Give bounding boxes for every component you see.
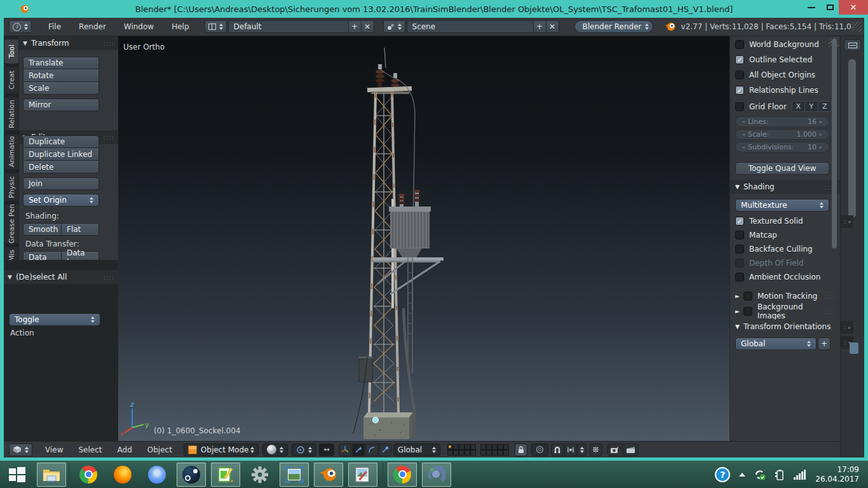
network-signal-tray-icon[interactable]: [794, 470, 806, 480]
battery-tray-icon[interactable]: [775, 469, 785, 480]
panel-grip-icon[interactable]: ::::: [104, 40, 114, 47]
panel-tab-button[interactable]: [850, 342, 858, 354]
menu-select[interactable]: Select: [71, 445, 109, 454]
scene-name[interactable]: Scene: [407, 20, 534, 33]
checkbox[interactable]: [735, 71, 744, 79]
checkbox[interactable]: [735, 217, 744, 226]
proportional-editing-dropdown[interactable]: [531, 444, 548, 456]
duplicate-linked-button[interactable]: Duplicate Linked: [23, 148, 99, 161]
minimize-button[interactable]: [803, 0, 820, 15]
panel-header-transform-orientations[interactable]: ▼ Transform Orientations: [730, 320, 841, 334]
menu-render[interactable]: Render: [70, 22, 115, 31]
outline-selected-row[interactable]: Outline Selected: [735, 55, 812, 64]
shade-smooth-button[interactable]: Smooth: [23, 223, 62, 236]
taskbar-clock[interactable]: 17:09 26.04.2017: [815, 465, 859, 484]
scale-gizmo-button[interactable]: [379, 444, 391, 456]
shelf-tab-create[interactable]: Creat: [4, 66, 18, 94]
hidden-icons-arrow[interactable]: [739, 473, 745, 477]
grid-lines-slider[interactable]: ◂Lines: 16▸: [735, 116, 829, 127]
snap-element-button[interactable]: [564, 444, 577, 456]
shelf-tab-grease-pencil[interactable]: Grease Pen: [4, 203, 18, 244]
world-background-row[interactable]: World Background: [735, 40, 819, 49]
mirror-button[interactable]: Mirror: [23, 98, 99, 111]
editor-type-button[interactable]: [9, 444, 32, 456]
axis-y-button[interactable]: Y: [805, 101, 818, 112]
opengl-render-animation-button[interactable]: [623, 444, 639, 456]
editor-type-button[interactable]: [844, 39, 861, 51]
taskbar-image-viewer[interactable]: [280, 463, 309, 487]
panel-header-transform[interactable]: ▼ Transform ::::: [19, 36, 118, 50]
all-object-origins-row[interactable]: All Object Origins: [735, 71, 815, 79]
checkbox[interactable]: [743, 292, 752, 301]
mode-dropdown[interactable]: Object Mode: [184, 444, 259, 456]
n-panel-scrollbar[interactable]: [832, 39, 837, 248]
panel-header-deselect-all[interactable]: ▼ (De)select All ::::: [4, 270, 118, 284]
scale-button[interactable]: Scale: [23, 82, 99, 95]
taskbar-firefox[interactable]: [108, 463, 137, 487]
taskbar-teamspeak[interactable]: [422, 463, 451, 487]
panel-grip-icon[interactable]: ::::: [825, 293, 836, 300]
taskbar-file-explorer[interactable]: [37, 463, 66, 487]
backface-culling-row[interactable]: Backface Culling: [735, 245, 813, 254]
checkbox[interactable]: [735, 86, 744, 95]
snap-target-button[interactable]: [590, 444, 602, 456]
shelf-tab-relations[interactable]: Relation: [4, 96, 18, 132]
translate-manipulator-button[interactable]: [339, 444, 351, 456]
close-button[interactable]: ✕: [839, 0, 868, 15]
checkbox[interactable]: [735, 102, 744, 111]
scene-icon-button[interactable]: [383, 20, 405, 33]
taskbar-chromium[interactable]: [142, 463, 172, 487]
strip-scrollbar[interactable]: [848, 59, 856, 218]
3d-viewport[interactable]: User Ortho: [118, 36, 729, 441]
shading-mode-dropdown[interactable]: Multitexture: [735, 199, 829, 212]
menu-window[interactable]: Window: [115, 22, 163, 31]
axis-x-button[interactable]: X: [792, 101, 805, 112]
transformer-mast-model[interactable]: [309, 36, 499, 441]
checkbox[interactable]: [735, 273, 744, 281]
taskbar-chrome[interactable]: [74, 463, 103, 487]
start-button[interactable]: [3, 463, 32, 487]
screen-layout-icon-button[interactable]: [205, 20, 227, 33]
checkbox[interactable]: [735, 245, 744, 254]
panel-header-background-images[interactable]: ► Background Images ::::: [730, 304, 841, 318]
panel-grip-icon[interactable]: :: ▸: [841, 321, 853, 334]
add-scene-button[interactable]: +: [534, 20, 546, 33]
delete-button[interactable]: Delete: [23, 161, 99, 173]
deselect-action-dropdown[interactable]: Toggle: [9, 313, 100, 326]
translate-button[interactable]: Translate: [23, 57, 99, 69]
checkbox[interactable]: [735, 231, 744, 240]
textured-solid-row[interactable]: Textured Solid: [735, 217, 803, 226]
screen-layout-name[interactable]: Default: [228, 20, 349, 33]
shelf-tab-physics[interactable]: Physic: [4, 172, 18, 201]
add-layout-button[interactable]: +: [349, 20, 362, 33]
checkbox[interactable]: [735, 40, 744, 49]
panel-grip-icon[interactable]: :: ▾: [841, 215, 853, 228]
layer-buttons[interactable]: [447, 444, 509, 456]
taskbar-paint[interactable]: [348, 463, 377, 487]
snap-element-arrows[interactable]: [578, 444, 587, 456]
panel-grip-icon[interactable]: ::::: [104, 134, 114, 141]
rotate-button[interactable]: Rotate: [23, 69, 99, 82]
duplicate-button[interactable]: Duplicate: [23, 135, 99, 148]
editor-type-button[interactable]: i: [9, 20, 32, 33]
taskbar-notepad-plus-plus[interactable]: [211, 463, 240, 487]
rotate-gizmo-button[interactable]: [365, 444, 378, 456]
maximize-button[interactable]: [822, 0, 838, 15]
menu-add[interactable]: Add: [110, 445, 140, 454]
checkbox[interactable]: [743, 307, 752, 316]
viewport-shading-dropdown[interactable]: [262, 444, 288, 456]
shelf-tab-animation[interactable]: Animatio: [4, 133, 18, 170]
menu-view[interactable]: View: [37, 445, 71, 454]
matcap-row[interactable]: Matcap: [735, 231, 777, 240]
title-bar[interactable]: Blender* [C:\Users\Andreas\Desktop\Siche…: [0, 0, 868, 18]
axis-z-button[interactable]: Z: [818, 101, 832, 112]
menu-object[interactable]: Object: [140, 445, 180, 454]
panel-header-motion-tracking[interactable]: ► Motion Tracking ::::: [730, 289, 841, 303]
help-tray-icon[interactable]: ?: [715, 467, 730, 482]
taskbar-settings[interactable]: [245, 463, 275, 487]
set-origin-dropdown[interactable]: Set Origin: [23, 194, 99, 207]
add-orientation-button[interactable]: +: [818, 337, 831, 350]
sync-tray-icon[interactable]: [754, 469, 766, 480]
render-engine-dropdown[interactable]: Blender Render: [574, 20, 653, 33]
editor-corner-grip[interactable]: [851, 22, 862, 32]
